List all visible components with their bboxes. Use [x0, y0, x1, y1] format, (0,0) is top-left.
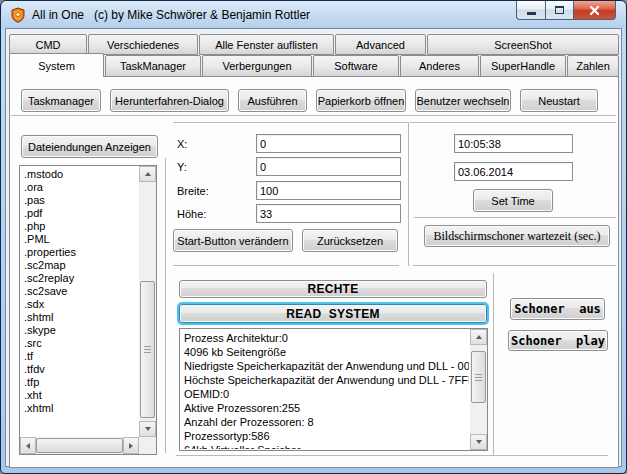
list-item[interactable]: .xht	[21, 389, 138, 402]
info-line: Prozess Architektur:0	[181, 331, 469, 345]
extensions-list: .mstodo.ora.pas.pdf.php.PML.properties.s…	[21, 168, 138, 436]
scrollbar-track[interactable]	[470, 345, 487, 434]
toolbar-button-herunterfahren-dialog[interactable]: Herunterfahren-Dialog	[110, 89, 229, 112]
divider	[414, 217, 616, 218]
start-button-resize-button[interactable]: Start-Button verändern	[173, 229, 293, 252]
close-icon	[589, 5, 600, 16]
tab-bar-top: CMDVerschiedenesAlle Fenster auflistenAd…	[9, 34, 619, 55]
list-item[interactable]: .sc2replay	[21, 272, 138, 285]
toolbar-button-neustart[interactable]: Neustart	[520, 89, 598, 112]
scrollbar-track[interactable]	[139, 182, 156, 421]
info-line: 4096 kb Seitengröße	[181, 345, 469, 359]
divider	[11, 115, 616, 116]
tab-advanced[interactable]: Advanced	[335, 34, 426, 55]
scrollbar-thumb[interactable]	[36, 438, 123, 453]
system-info-lines: Prozess Architektur:04096 kb Seitengröße…	[181, 331, 469, 449]
scroll-down-button[interactable]	[139, 421, 156, 437]
window: All in One (c) by Mike Schwörer & Benjam…	[0, 0, 627, 474]
titlebar: All in One (c) by Mike Schwörer & Benjam…	[2, 1, 625, 28]
minimize-button[interactable]	[516, 1, 546, 20]
arrow-up-icon	[145, 172, 151, 176]
info-line: Höchste Speicherkapazität der Anwendung …	[181, 373, 469, 387]
scroll-down-button[interactable]	[470, 434, 487, 450]
tab-verbergungen[interactable]: Verbergungen	[202, 55, 312, 77]
arrow-left-icon	[26, 443, 30, 449]
scrollbar-corner	[139, 437, 156, 454]
toolbar-button-papierkorb-ffnen[interactable]: Papierkorb öffnen	[316, 89, 406, 112]
tab-anderes[interactable]: Anderes	[400, 55, 479, 77]
scroll-up-button[interactable]	[470, 329, 487, 345]
list-item[interactable]: .sdx	[21, 298, 138, 311]
list-item[interactable]: .properties	[21, 246, 138, 259]
scroll-right-button[interactable]	[123, 437, 139, 454]
list-item[interactable]: .shtml	[21, 311, 138, 324]
toolbar-button-taskmanager[interactable]: Taskmanager	[21, 89, 101, 112]
x-input[interactable]	[256, 134, 401, 153]
scrollbar-track[interactable]	[36, 437, 123, 454]
app-icon	[10, 7, 26, 23]
height-input[interactable]	[256, 204, 401, 223]
time-input[interactable]	[454, 134, 573, 153]
list-item[interactable]: .pdf	[21, 207, 138, 220]
maximize-button[interactable]	[545, 1, 574, 20]
reset-button[interactable]: Zurücksetzen	[302, 229, 398, 252]
horizontal-scrollbar[interactable]	[20, 437, 139, 454]
tab-screenshot[interactable]: ScreenShot	[427, 34, 619, 55]
scrollbar-thumb[interactable]	[471, 351, 486, 403]
list-item[interactable]: .tfp	[21, 376, 138, 389]
maximize-icon	[555, 6, 564, 14]
divider	[173, 122, 616, 123]
tab-zahlen[interactable]: Zahlen	[567, 55, 619, 77]
height-label: Höhe:	[177, 208, 206, 220]
toolbar-button-ausf-hren[interactable]: Ausführen	[238, 89, 307, 112]
list-item[interactable]: .sc2map	[21, 259, 138, 272]
divider	[165, 158, 166, 453]
y-input[interactable]	[256, 157, 401, 176]
thumb-grip-icon	[144, 346, 151, 353]
tab-alle-fenster-auflisten[interactable]: Alle Fenster auflisten	[199, 34, 334, 55]
info-line: 64kb Virtueller Speicher	[181, 443, 469, 449]
list-item[interactable]: .src	[21, 337, 138, 350]
tab-superhandle[interactable]: SuperHandle	[480, 55, 566, 77]
list-item[interactable]: .php	[21, 220, 138, 233]
rights-button[interactable]: RECHTE	[179, 280, 487, 298]
list-item[interactable]: .tfdv	[21, 363, 138, 376]
set-time-button[interactable]: Set Time	[473, 189, 553, 212]
tab-verschiedenes[interactable]: Verschiedenes	[88, 34, 198, 55]
width-input[interactable]	[256, 181, 401, 200]
extensions-listbox[interactable]: .mstodo.ora.pas.pdf.php.PML.properties.s…	[19, 165, 157, 455]
vertical-scrollbar[interactable]	[139, 166, 156, 437]
list-item[interactable]: .xhtml	[21, 402, 138, 415]
screensaver-play-button[interactable]: Schoner play	[508, 330, 608, 351]
read-system-button[interactable]: READ SYSTEM	[179, 304, 487, 323]
list-item[interactable]: .pas	[21, 194, 138, 207]
scroll-up-button[interactable]	[139, 166, 156, 182]
width-label: Breite:	[177, 185, 209, 197]
toolbar: TaskmanagerHerunterfahren-DialogAusführe…	[21, 89, 598, 112]
list-item[interactable]: .sc2save	[21, 285, 138, 298]
info-line: Niedrigste Speicherkapazität der Anwendu…	[181, 359, 469, 373]
toolbar-button-benutzer-wechseln[interactable]: Benutzer wechseln	[415, 89, 511, 112]
list-item[interactable]: .mstodo	[21, 168, 138, 181]
tab-software[interactable]: Software	[313, 55, 399, 77]
tab-system[interactable]: System	[9, 53, 104, 77]
show-extensions-button[interactable]: Dateiendungen Anzeigen	[21, 135, 158, 158]
scroll-left-button[interactable]	[20, 437, 36, 454]
info-line: Anzahl der Prozessoren: 8	[181, 415, 469, 429]
list-item[interactable]: .skype	[21, 324, 138, 337]
system-info-memo[interactable]: Prozess Architektur:04096 kb Seitengröße…	[179, 328, 488, 451]
list-item[interactable]: .ora	[21, 181, 138, 194]
arrow-up-icon	[476, 335, 482, 339]
info-line: Aktive Prozessoren:255	[181, 401, 469, 415]
tab-taskmanager[interactable]: TaskManager	[105, 55, 201, 77]
tab-cmd[interactable]: CMD	[9, 34, 87, 55]
vertical-scrollbar[interactable]	[470, 329, 487, 450]
screensaver-wait-button[interactable]: Bildschirmschoner wartezeit (sec.)	[424, 225, 610, 247]
date-input[interactable]	[454, 162, 573, 181]
scrollbar-thumb[interactable]	[140, 281, 155, 418]
list-item[interactable]: .tf	[21, 350, 138, 363]
screensaver-off-button[interactable]: Schoner aus	[510, 298, 605, 320]
list-item[interactable]: .PML	[21, 233, 138, 246]
divider	[176, 455, 608, 456]
close-button[interactable]	[573, 1, 616, 20]
